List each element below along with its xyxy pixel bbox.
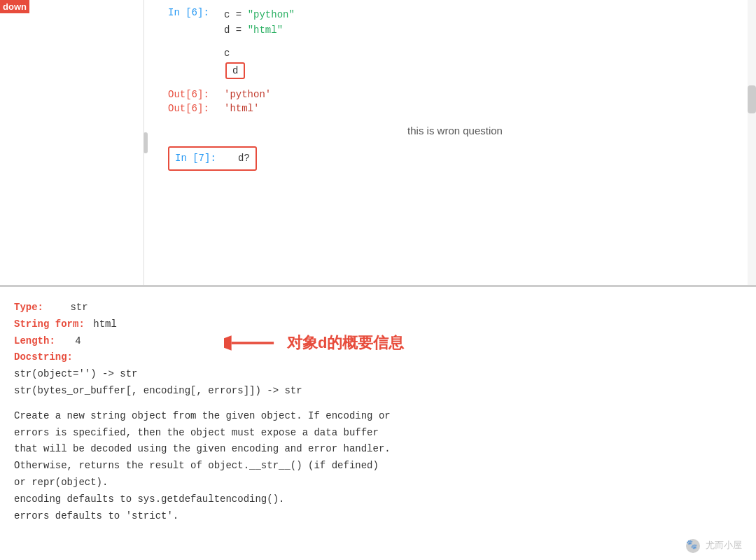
para4: Otherwise, returns the result of object.… xyxy=(14,458,742,475)
annotation-text: this is wron question xyxy=(168,125,742,136)
strform-key: String form: xyxy=(14,318,85,330)
para6: encoding defaults to sys.getdefaultencod… xyxy=(14,491,742,508)
annotation-arrow xyxy=(224,329,280,357)
watermark: 🐾 尤而小屋 xyxy=(686,539,742,553)
watermark-icon: 🐾 xyxy=(686,539,700,553)
cell6-var1: c xyxy=(224,46,295,61)
cell7-bordered: In [7]: d? xyxy=(168,146,257,170)
docstring-key: Docstring: xyxy=(14,351,73,363)
scroll-handle[interactable] xyxy=(748,85,756,113)
out6-label1: Out[6]: xyxy=(168,89,224,100)
resize-handle[interactable] xyxy=(144,132,148,153)
highlight-label: down xyxy=(0,0,29,13)
out6-val1: 'python' xyxy=(224,89,271,100)
para3: that will be decoded using the given enc… xyxy=(14,441,742,458)
out6-block1: Out[6]: 'python' xyxy=(168,89,742,100)
cell7-label: In [7]: xyxy=(175,153,231,164)
cell6-label: In [6]: xyxy=(168,7,224,18)
cell6-code: c = "python" d = "html" c d xyxy=(224,7,295,79)
cell6-var2-bordered: d xyxy=(225,62,245,79)
para2: errors is specified, then the object mus… xyxy=(14,425,742,442)
code-line2: str(bytes_or_buffer[, encoding[, errors]… xyxy=(14,383,742,400)
cell-in7: In [7]: d? xyxy=(168,144,742,170)
notebook-area: In [6]: c = "python" d = "html" c d xyxy=(154,0,756,285)
cell6-input-row: In [6]: c = "python" d = "html" c d xyxy=(168,7,742,79)
type-key: Type: xyxy=(14,302,43,313)
type-line: Type: str xyxy=(14,300,742,316)
scrollbar[interactable] xyxy=(748,0,756,285)
top-section: down 语法 In [6]: c = "python" d = "html" … xyxy=(0,0,756,287)
cell6-line2: d = "html" xyxy=(224,22,295,38)
para1: Create a new string object from the give… xyxy=(14,408,742,425)
watermark-text: 尤而小屋 xyxy=(706,540,742,550)
strform-val: html xyxy=(93,318,117,330)
para5: or repr(object). xyxy=(14,475,742,491)
length-val: 4 xyxy=(75,335,80,346)
cell-in6: In [6]: c = "python" d = "html" c d xyxy=(168,7,742,79)
annotation-chinese-text: 对象d的概要信息 xyxy=(287,332,404,354)
out6-block2: Out[6]: 'html' xyxy=(168,103,742,114)
out6-val2: 'html' xyxy=(224,103,259,114)
para7: errors defaults to 'strict'. xyxy=(14,508,742,525)
cell7-code: d? xyxy=(238,150,250,166)
bottom-section: Type: str String form: html Length: 4 Do… xyxy=(0,287,756,560)
code-line1: str(object='') -> str xyxy=(14,366,742,383)
type-val: str xyxy=(70,302,88,313)
arrow-annotation: 对象d的概要信息 xyxy=(224,329,404,357)
out6-label2: Out[6]: xyxy=(168,103,224,114)
length-key: Length: xyxy=(14,335,55,346)
cell6-line1: c = "python" xyxy=(224,7,295,22)
